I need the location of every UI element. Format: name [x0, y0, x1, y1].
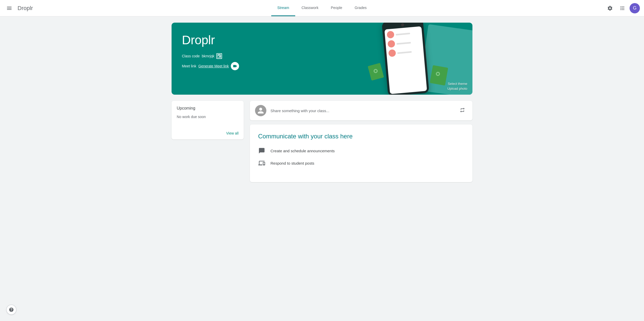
- banner-content: Droplr Class code bkmrjqk Meet link: [182, 33, 462, 70]
- communicate-card: Communicate with your class here Create …: [250, 124, 472, 182]
- help-button[interactable]: [6, 305, 16, 315]
- communicate-item-student-posts: Respond to student posts: [258, 159, 464, 167]
- upcoming-card: Upcoming No work due soon View all: [172, 101, 244, 139]
- svg-point-8: [623, 8, 624, 9]
- stream-area: Share something with your class... Commu…: [250, 101, 472, 182]
- tab-classwork[interactable]: Classwork: [295, 0, 325, 16]
- repost-icon[interactable]: [457, 105, 467, 116]
- communicate-item-announcements: Create and schedule announcements: [258, 147, 464, 154]
- lower-section: Upcoming No work due soon View all Share…: [172, 101, 472, 182]
- communicate-title: Communicate with your class here: [258, 133, 464, 140]
- svg-point-7: [622, 8, 623, 9]
- header: Droplr Stream Classwork People Grades: [0, 0, 644, 16]
- settings-button[interactable]: [605, 3, 615, 13]
- svg-rect-0: [7, 7, 12, 7]
- select-theme-button[interactable]: Select theme: [448, 82, 467, 86]
- header-right: G: [588, 3, 640, 13]
- svg-rect-2: [7, 9, 12, 10]
- svg-point-6: [621, 8, 622, 9]
- tab-stream[interactable]: Stream: [271, 0, 295, 16]
- svg-point-9: [621, 9, 622, 10]
- upcoming-empty-text: No work due soon: [177, 115, 239, 119]
- student-posts-text: Respond to student posts: [270, 161, 314, 165]
- svg-point-3: [621, 6, 622, 7]
- generate-meet-link-button[interactable]: Generate Meet link: [198, 64, 229, 68]
- share-input[interactable]: Share something with your class...: [270, 109, 453, 113]
- tab-grades[interactable]: Grades: [349, 0, 373, 16]
- svg-point-11: [623, 9, 624, 10]
- expand-code-button[interactable]: [216, 53, 222, 59]
- svg-point-10: [622, 9, 623, 10]
- user-avatar[interactable]: G: [630, 3, 640, 13]
- svg-rect-12: [218, 55, 219, 56]
- phone-camera: [401, 23, 404, 26]
- meet-link-label: Meet link: [182, 64, 196, 68]
- tab-people[interactable]: People: [325, 0, 348, 16]
- student-posts-icon: [258, 159, 265, 167]
- main-content: Droplr Class code bkmrjqk Meet link: [167, 16, 477, 188]
- announcement-icon: [258, 147, 265, 154]
- share-avatar: [255, 105, 266, 116]
- meet-link-row: Meet link Generate Meet link: [182, 62, 462, 70]
- banner-corner-actions: Select theme Upload photo: [447, 82, 467, 91]
- upload-photo-button[interactable]: Upload photo: [447, 87, 467, 91]
- main-nav: Stream Classwork People Grades: [56, 0, 588, 16]
- announcements-text: Create and schedule announcements: [270, 149, 335, 153]
- svg-rect-13: [219, 56, 221, 58]
- class-code-value: bkmrjqk: [202, 54, 214, 58]
- app-title: Droplr: [18, 5, 33, 12]
- share-box: Share something with your class...: [250, 101, 472, 120]
- class-code-row: Class code bkmrjqk: [182, 53, 462, 59]
- svg-point-4: [622, 6, 623, 7]
- phone-line: [396, 31, 420, 33]
- view-all-button[interactable]: View all: [177, 129, 239, 135]
- hamburger-menu-icon[interactable]: [4, 3, 14, 13]
- upcoming-title: Upcoming: [177, 106, 239, 111]
- class-name: Droplr: [182, 33, 462, 47]
- class-banner: Droplr Class code bkmrjqk Meet link: [172, 23, 472, 95]
- svg-point-5: [623, 6, 624, 7]
- apps-button[interactable]: [617, 3, 628, 13]
- header-left: Droplr: [4, 3, 56, 13]
- meet-video-button[interactable]: [231, 62, 239, 70]
- class-code-label: Class code: [182, 54, 200, 58]
- svg-rect-1: [7, 8, 12, 8]
